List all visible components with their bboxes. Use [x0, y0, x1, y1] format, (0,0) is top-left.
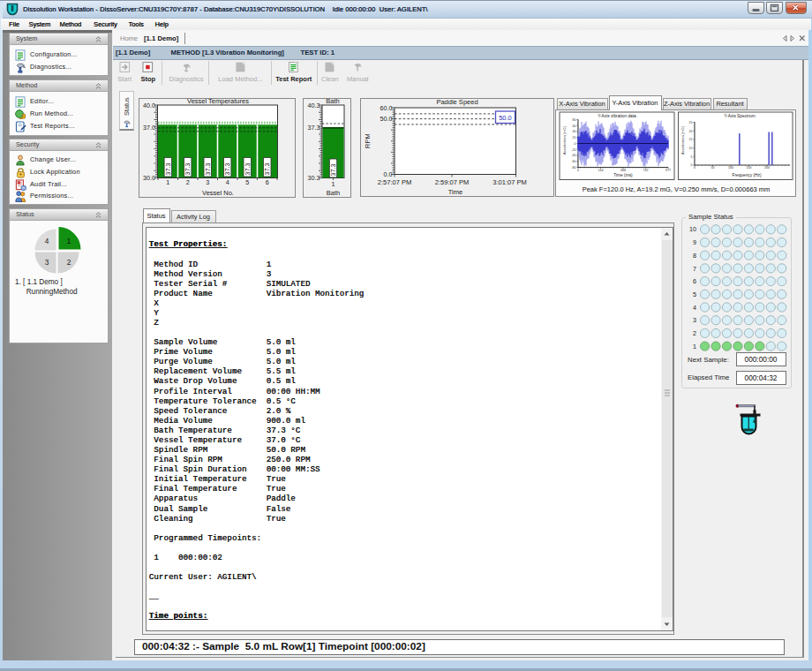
svg-text:30.3: 30.3 [308, 174, 320, 182]
svg-text:50.0: 50.0 [380, 115, 393, 123]
svg-text:Vessel No.: Vessel No. [202, 189, 234, 197]
svg-text:1: 1 [332, 180, 335, 188]
svg-text:5: 5 [693, 290, 696, 298]
svg-text:8: 8 [693, 252, 696, 260]
svg-text:37.0: 37.0 [143, 124, 155, 132]
svg-text:4: 4 [226, 178, 229, 186]
svg-text:2: 2 [67, 258, 71, 267]
svg-text:2:57:07 PM: 2:57:07 PM [378, 178, 411, 186]
svg-text:3: 3 [206, 178, 209, 186]
svg-text:1: 1 [67, 237, 71, 245]
svg-text:2: 2 [693, 329, 696, 337]
svg-text:37.3: 37.3 [204, 163, 212, 176]
svg-text:7: 7 [693, 265, 696, 273]
svg-text:10: 10 [689, 225, 696, 233]
svg-text:6: 6 [266, 178, 269, 186]
svg-text:1: 1 [693, 343, 696, 351]
svg-text:2:59:07 PM: 2:59:07 PM [435, 178, 469, 186]
svg-text:40.0: 40.0 [143, 102, 155, 109]
svg-text:3: 3 [45, 258, 49, 267]
svg-text:3:01:07 PM: 3:01:07 PM [492, 178, 526, 186]
svg-text:37.3: 37.3 [184, 163, 192, 176]
svg-text:37.3: 37.3 [263, 163, 271, 176]
svg-text:Paddle Speed: Paddle Speed [436, 98, 477, 106]
svg-text:37.3: 37.3 [308, 124, 320, 132]
svg-text:40.3: 40.3 [308, 102, 320, 109]
svg-text:Bath: Bath [327, 189, 340, 197]
svg-text:5: 5 [245, 178, 249, 186]
svg-text:Vessel Temperatures: Vessel Temperatures [187, 98, 249, 105]
svg-text:Status: Status [123, 97, 131, 116]
svg-text:2: 2 [186, 178, 190, 186]
svg-text:37.3: 37.3 [329, 164, 337, 177]
svg-text:Time: Time [448, 188, 462, 196]
svg-text:Bath: Bath [326, 98, 339, 105]
svg-text:37.3: 37.3 [223, 163, 231, 176]
svg-text:3: 3 [693, 316, 696, 324]
svg-text:37.3: 37.3 [244, 163, 252, 176]
svg-text:RPM: RPM [364, 133, 372, 148]
svg-text:6: 6 [693, 277, 696, 285]
svg-text:50.0: 50.0 [499, 114, 512, 122]
svg-text:4: 4 [693, 304, 696, 312]
svg-text:60.0: 60.0 [380, 104, 393, 112]
svg-text:30.0: 30.0 [143, 174, 155, 182]
svg-text:37.3: 37.3 [164, 163, 172, 176]
svg-text:9: 9 [693, 238, 696, 246]
svg-text:1: 1 [166, 178, 169, 186]
svg-text:4: 4 [45, 237, 49, 245]
